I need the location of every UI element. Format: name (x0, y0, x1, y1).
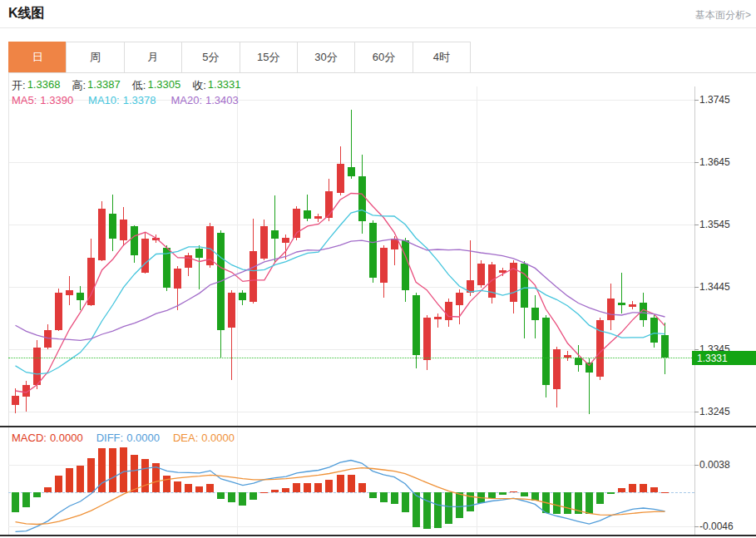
axis-label: 1.3645 (699, 156, 730, 168)
diff-label: DIFF: (96, 432, 124, 444)
price-axis-line (694, 86, 695, 535)
axis-tick (694, 526, 699, 527)
tab-period-3[interactable]: 5分 (181, 42, 240, 73)
tab-period-2[interactable]: 月 (124, 42, 182, 73)
ma10-label: MA10: (88, 94, 120, 106)
ma20-value: 1.3403 (205, 94, 239, 106)
chart-bottom-border (0, 535, 756, 536)
close-label: 收: (192, 78, 206, 93)
axis-tick (694, 412, 699, 412)
page-title: K线图 (8, 5, 45, 22)
ma20-line (16, 239, 665, 340)
open-value: 1.3368 (27, 78, 61, 93)
axis-tick (694, 465, 699, 466)
macd-value: 0.0000 (50, 432, 83, 444)
tab-period-5[interactable]: 30分 (297, 42, 355, 73)
ma10-value: 1.3378 (123, 94, 156, 106)
period-tabbar: 日周月5分15分30分60分4时 (8, 42, 471, 73)
tab-period-0[interactable]: 日 (8, 42, 67, 73)
tab-period-4[interactable]: 15分 (240, 42, 298, 73)
tab-period-1[interactable]: 周 (66, 42, 124, 73)
axis-tick (694, 100, 699, 101)
kline-chart-page: K线图 基本面分析> 日周月5分15分30分60分4时 开:1.3368 高:1… (0, 0, 756, 538)
axis-label: -0.0046 (699, 521, 734, 532)
ohlc-readout: 开:1.3368 高:1.3387 低:1.3305 收:1.3331 (12, 78, 241, 93)
axis-label: 1.3545 (699, 219, 730, 230)
macd-chart-area[interactable] (8, 428, 694, 535)
fundamental-analysis-link[interactable]: 基本面分析> (695, 8, 751, 22)
ma5-label: MA5: (12, 94, 37, 106)
last-price-line (8, 358, 692, 358)
low-value: 1.3305 (147, 78, 180, 93)
axis-label: 0.0038 (699, 459, 730, 471)
low-label: 低: (132, 78, 146, 93)
ma10-line (16, 210, 665, 374)
axis-label: 1.3445 (699, 281, 730, 293)
high-label: 高: (72, 78, 86, 93)
main-macd-divider (0, 426, 756, 427)
axis-label: 1.3745 (699, 94, 730, 106)
ma-legend: MA5:1.3390 MA10:1.3378 MA20:1.3403 (12, 94, 239, 106)
ma5-line (16, 194, 665, 393)
macd-label: MACD: (12, 432, 47, 444)
dea-label: DEA: (173, 432, 198, 444)
axis-tick (694, 349, 699, 350)
last-price-badge: 1.3331 (692, 351, 756, 365)
ma20-label: MA20: (170, 94, 202, 106)
high-value: 1.3387 (87, 78, 121, 93)
tabbar-underline (8, 72, 756, 73)
dea-line (16, 468, 665, 525)
axis-tick (694, 287, 699, 288)
axis-tick (694, 162, 699, 163)
macd-legend: MACD:0.0000 DIFF:0.0000 DEA:0.0000 (12, 432, 235, 444)
header-divider (0, 27, 756, 28)
candlestick-chart-area[interactable] (8, 86, 694, 427)
open-label: 开: (12, 78, 26, 93)
ma5-value: 1.3390 (40, 94, 73, 106)
tab-period-7[interactable]: 4时 (413, 42, 471, 73)
dea-value: 0.0000 (201, 432, 235, 444)
close-value: 1.3331 (208, 78, 241, 93)
diff-value: 0.0000 (126, 432, 160, 444)
tab-period-6[interactable]: 60分 (354, 42, 413, 73)
axis-tick (694, 225, 699, 225)
axis-label: 1.3245 (699, 406, 730, 417)
